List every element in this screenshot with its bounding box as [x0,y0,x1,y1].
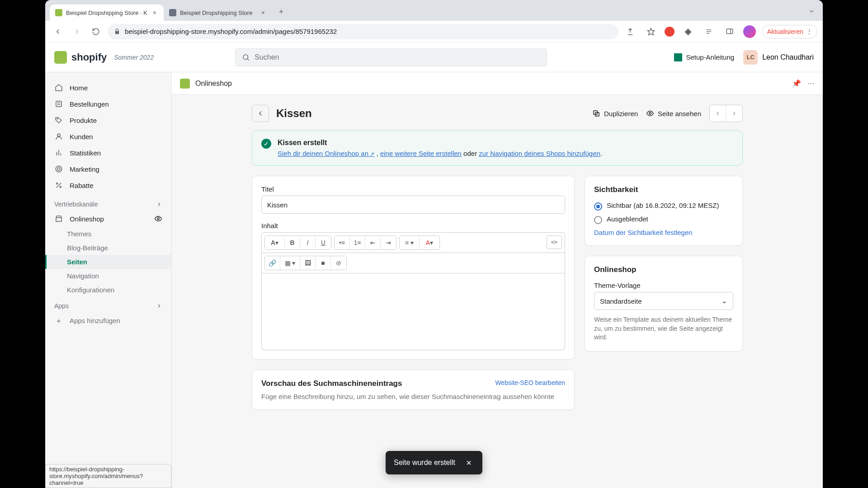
sidebar-item-customers[interactable]: Kunden [45,128,171,145]
svg-point-21 [157,218,160,220]
content-area: Onlineshop 📌 ⋯ Kissen Duplizieren [172,42,823,488]
outdent-button[interactable]: ⇤ [365,236,381,249]
sidebar-item-orders[interactable]: Bestellungen [45,96,171,112]
sidebar-section-channels[interactable]: Vertriebskanäle [45,195,171,211]
close-icon[interactable]: × [151,9,158,16]
svg-point-16 [56,166,62,172]
pin-icon[interactable]: 📌 [792,79,801,88]
check-icon: ✓ [261,139,271,149]
reload-button[interactable] [89,24,103,39]
plus-icon: + [54,316,63,325]
app-header: shopify Sommer 2022 Suchen Setup-Anleitu… [45,42,823,72]
page-title: Kissen [276,107,312,120]
tab-menu-button[interactable] [805,5,818,18]
sidebar-item-analytics[interactable]: Statistiken [45,145,171,161]
user-menu[interactable]: LC Leon Chaudhari [743,50,814,65]
eye-icon [646,109,654,117]
star-icon[interactable] [644,24,658,39]
update-button[interactable]: Aktualisieren ⋮ [762,25,817,38]
sidebar-item-products[interactable]: Produkte [45,112,171,128]
schedule-visibility-link[interactable]: Datum der Sichtbarkeit festlegen [594,229,733,236]
profile-avatar[interactable] [743,25,756,38]
underline-button[interactable]: U [316,236,331,249]
numbered-list-button[interactable]: 1≡ [350,236,365,249]
duplicate-button[interactable]: Duplizieren [592,109,638,117]
video-button[interactable]: ■ [316,256,331,270]
banner-link-new-page[interactable]: eine weitere Seite erstellen [380,150,462,157]
color-dropdown[interactable]: A ▾ [420,236,439,249]
next-button[interactable] [726,105,742,122]
seo-edit-link[interactable]: Website-SEO bearbeiten [495,379,565,386]
address-bar[interactable]: beispiel-dropshipping-store.myshopify.co… [108,24,618,39]
sidebar-item-discounts[interactable]: Rabatte [45,177,171,193]
sidebar-sub-themes[interactable]: Themes [45,227,171,241]
update-label: Aktualisieren [767,28,803,35]
chart-icon [54,148,63,157]
format-dropdown[interactable]: A ▾ [265,236,285,249]
more-icon[interactable]: ⋯ [807,79,815,88]
sidebar-item-onlineshop[interactable]: Onlineshop [45,211,171,227]
back-button[interactable] [252,105,269,122]
reading-list-icon[interactable] [702,24,716,39]
template-select[interactable]: Standardseite ⌄ [594,292,733,310]
toast: Seite wurde erstellt × [386,451,482,474]
sidebar-sub-config[interactable]: Konfigurationen [45,283,171,297]
svg-point-11 [57,118,58,119]
visibility-option-hidden[interactable]: Ausgeblendet [594,215,733,224]
italic-button[interactable]: I [300,236,316,249]
bag-icon [54,51,67,64]
record-icon[interactable] [665,27,675,37]
share-icon[interactable] [623,24,637,39]
section-header: Onlineshop 📌 ⋯ [172,72,823,95]
setup-link[interactable]: Setup-Anleitung [674,53,734,61]
bullet-list-button[interactable]: •≡ [335,236,350,249]
template-card: Onlineshop Theme-Vorlage Standardseite ⌄… [585,256,743,352]
banner-link-navigation[interactable]: zur Navigation deines Shops hinzufügen [479,150,600,157]
sidebar-section-apps[interactable]: Apps [45,297,171,312]
setup-label: Setup-Anleitung [686,53,734,61]
content-label: Inhalt [261,222,565,230]
svg-line-18 [57,183,61,188]
seo-heading: Vorschau des Suchmaschineneintrags [261,379,402,388]
table-dropdown[interactable]: ▦ ▾ [280,256,300,270]
prev-button[interactable] [710,105,726,122]
sidebar-item-add-apps[interactable]: + Apps hinzufügen [45,312,171,328]
logo-text: shopify [71,52,107,63]
browser-tab-2[interactable]: Beispiel Dropshipping Store × [164,5,272,21]
link-button[interactable]: 🔗 [265,256,280,270]
image-button[interactable]: 🖼 [300,256,316,270]
clear-format-button[interactable]: ⊘ [331,256,346,270]
align-dropdown[interactable]: ≡ ▾ [400,236,420,249]
sidebar-sub-blog[interactable]: Blog-Beiträge [45,241,171,255]
content-editor[interactable] [261,273,565,350]
visibility-option-visible[interactable]: Sichtbar (ab 16.8.2022, 09:12 MESZ) [594,202,733,211]
pagination [709,105,743,122]
close-icon[interactable]: × [463,457,474,468]
sidebar-item-home[interactable]: Home [45,80,171,96]
seo-card: Vorschau des Suchmaschineneintrags Websi… [252,370,575,410]
banner-body: Sieh dir deinen Onlineshop an , eine wei… [278,150,602,157]
html-button[interactable]: <> [547,235,562,249]
new-tab-button[interactable]: + [275,5,288,18]
forward-button[interactable] [70,24,84,39]
back-button[interactable] [51,24,65,39]
sidebar-item-marketing[interactable]: Marketing [45,161,171,177]
devices-icon[interactable] [722,24,737,39]
banner-link-view-shop[interactable]: Sieh dir deinen Onlineshop an [278,150,374,157]
search-input[interactable]: Suchen [235,48,547,66]
title-input[interactable] [261,196,565,214]
extensions-icon[interactable] [681,24,695,39]
status-url: https://beispiel-dropshipping-store.mysh… [45,464,171,488]
sidebar-sub-pages[interactable]: Seiten [45,255,171,269]
radio-icon [594,216,602,224]
sidebar-sub-navigation[interactable]: Navigation [45,269,171,283]
close-icon[interactable]: × [259,9,267,16]
percent-icon [54,181,63,190]
view-page-button[interactable]: Seite ansehen [646,109,701,117]
shopify-logo[interactable]: shopify Sommer 2022 [54,51,154,64]
indent-button[interactable]: ⇥ [381,236,396,249]
eye-icon[interactable] [154,215,162,223]
browser-tab-1[interactable]: Beispiel Dropshipping Store · K × [50,5,164,21]
section-title: Onlineshop [195,80,232,88]
bold-button[interactable]: B [285,236,300,249]
